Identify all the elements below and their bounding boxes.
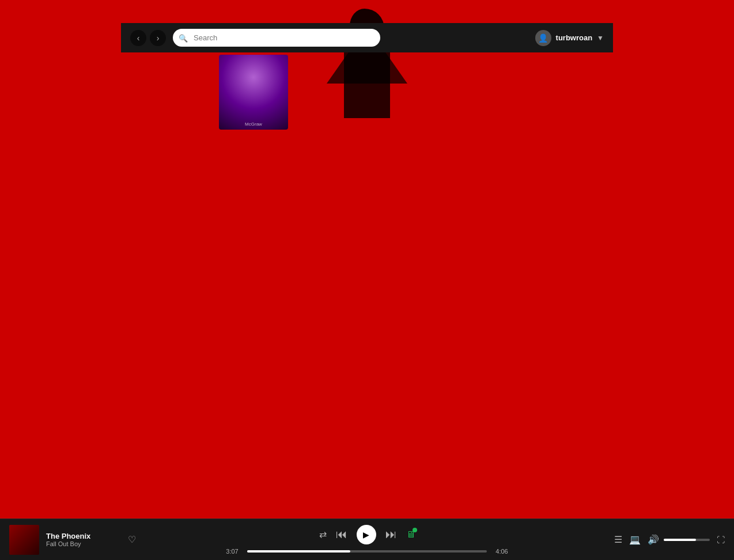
right-controls: ☰ 💻 🔊 ⛶ [598, 534, 725, 545]
shortcut-persona5[interactable]: Persona 5 Original Soundtrack Supercut (… [342, 171, 463, 354]
track-thumbnail [9, 525, 39, 555]
forward-button[interactable]: › [150, 30, 166, 46]
time-total: 4:06 [493, 548, 511, 555]
track-info: The Phoenix Fall Out Boy ♡ [9, 525, 136, 555]
like-button[interactable]: ♡ [128, 534, 136, 545]
progress-track[interactable] [247, 550, 487, 553]
volume-button[interactable]: 🔊 [648, 534, 659, 545]
app-container: 🏠 Home ⊞ Browse ◎ Radio YOUR LIBRARY ▲ M… [0, 23, 734, 519]
fullscreen-button[interactable]: ⛶ [717, 535, 725, 544]
back-button[interactable]: ‹ [130, 30, 146, 46]
device-button[interactable]: 🖥 [406, 529, 415, 540]
volume-fill [664, 539, 696, 541]
user-name: turbwroan [556, 33, 593, 42]
time-elapsed: 3:07 [223, 548, 241, 555]
track-details: The Phoenix Fall Out Boy [46, 532, 121, 547]
shortcuts-grid: Fall Out Boy Eminem [135, 171, 599, 354]
progress-bar-area: 3:07 4:06 [223, 548, 511, 555]
device-active-dot [413, 528, 417, 532]
prev-button[interactable]: ⏮ [336, 528, 347, 541]
search-icon: 🔍 [179, 33, 188, 42]
now-playing-bar: The Phoenix Fall Out Boy ♡ ⇄ ⏮ ▶ ⏭ 🖥 3:0… [0, 519, 734, 560]
track-name: The Phoenix [46, 532, 121, 540]
persona5-image-bg [342, 171, 463, 292]
main-content: ‹ › 🔍 👤 turbwroan ▼ McGraw [121, 23, 613, 519]
progress-fill [247, 550, 350, 553]
volume-area: 🔊 [648, 534, 710, 545]
search-box: 🔍 [173, 29, 380, 47]
control-buttons: ⇄ ⏮ ▶ ⏭ 🖥 [319, 525, 415, 544]
volume-track[interactable] [664, 539, 710, 541]
devices-button[interactable]: 💻 [629, 534, 641, 545]
top-bar: ‹ › 🔍 👤 turbwroan ▼ [121, 23, 613, 52]
player-controls: ⇄ ⏮ ▶ ⏭ 🖥 3:07 4:06 [145, 525, 589, 555]
play-pause-button[interactable]: ▶ [357, 525, 376, 544]
banner-album-art: McGraw [219, 55, 288, 130]
search-input[interactable] [173, 29, 380, 47]
shuffle-button[interactable]: ⇄ [319, 529, 327, 540]
shortcuts-section: Shortcuts ‹ › [121, 131, 613, 354]
user-avatar: 👤 [535, 30, 551, 46]
persona5-image [342, 171, 463, 292]
queue-button[interactable]: ☰ [614, 534, 622, 545]
user-chevron-icon: ▼ [597, 34, 604, 42]
user-area[interactable]: 👤 turbwroan ▼ [535, 30, 604, 46]
next-button[interactable]: ⏭ [385, 528, 397, 541]
nav-arrows: ‹ › [130, 30, 166, 46]
track-artist[interactable]: Fall Out Boy [46, 540, 121, 547]
